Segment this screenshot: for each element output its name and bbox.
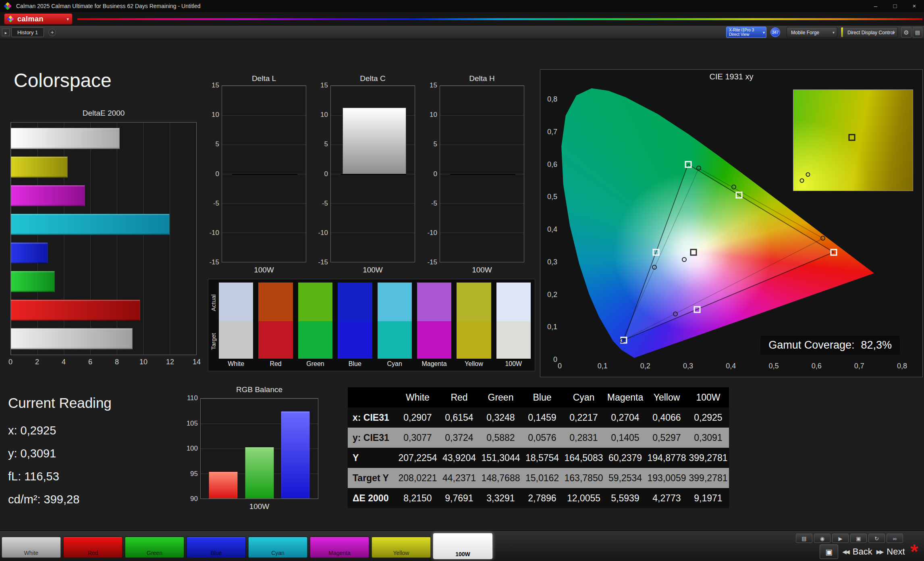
y-tick-label: 15 [212, 81, 219, 89]
pattern-button-blue[interactable]: Blue [187, 537, 246, 558]
table-value-cell: 0,2704 [604, 407, 646, 428]
link-icon[interactable]: ∞ [887, 534, 903, 543]
table-value-cell: 0,2925 [687, 407, 729, 428]
pattern-button-red[interactable]: Red [63, 537, 123, 558]
swatch-actual-100w [496, 283, 531, 321]
back-button[interactable]: Back [853, 546, 872, 557]
pattern-button-white[interactable]: White [2, 537, 61, 558]
forward-icon[interactable]: ▶▶ [876, 549, 883, 555]
table-value-cell: 208,0221 [397, 468, 438, 488]
maximize-button[interactable]: □ [885, 0, 905, 12]
x-tick-label: 4 [62, 358, 66, 366]
table-value-cell: 0,4066 [646, 407, 687, 428]
pattern-button-green[interactable]: Green [125, 537, 184, 558]
measured-marker-white [682, 257, 687, 262]
swatch-column-cyan: Cyan [378, 283, 412, 370]
x-axis-label: 100W [330, 266, 415, 274]
y-tick-label: -10 [209, 229, 219, 237]
measured-marker-red [820, 236, 825, 241]
play-icon[interactable]: ▶ [832, 534, 849, 543]
y-tick-label: 0 [434, 170, 437, 178]
y-tick-label: 0 [216, 170, 219, 178]
swatch-column-yellow: Yellow [457, 283, 491, 370]
minimize-button[interactable]: – [866, 0, 885, 12]
cie-title: CIE 1931 xy [540, 72, 922, 81]
zero-line [450, 174, 515, 175]
rgb-balance-plot [200, 398, 318, 499]
chart-title: Delta H [440, 74, 524, 83]
collapse-arrow-button[interactable]: ▸ [2, 29, 10, 36]
y-tick-label: 0,4 [547, 225, 557, 234]
deltae-bar-red [11, 299, 140, 321]
deltae-bar-green [11, 271, 55, 292]
next-button[interactable]: Next [887, 546, 905, 557]
table-value-cell: 9,7691 [438, 488, 480, 508]
table-row-label: y: CIE31 [348, 428, 397, 448]
table-value-cell: 0,0576 [521, 428, 563, 448]
rgb-balance-title: RGB Balance [200, 385, 318, 394]
pattern-icon[interactable]: ▣ [850, 534, 867, 543]
measured-circle-marker [806, 172, 810, 177]
pattern-button-100w[interactable]: 100W [433, 533, 492, 559]
y-tick-label: 15 [320, 81, 328, 89]
page-title: Colorspace [14, 69, 112, 91]
chart-plot-area [330, 85, 415, 262]
brand-bar: calman ▾ [0, 12, 924, 26]
calman-menu-button[interactable]: calman ▾ [4, 13, 73, 25]
chevron-down-icon: ▾ [763, 30, 765, 35]
close-button[interactable]: × [905, 0, 924, 12]
table-value-cell: 163,7850 [563, 468, 604, 488]
meter-selector-button[interactable]: X-Rite i1Pro 3 Direct View ▾ [726, 27, 766, 38]
pattern-button-yellow[interactable]: Yellow [372, 537, 431, 558]
y-tick-label: 5 [216, 140, 219, 148]
table-value-cell: 44,2371 [438, 468, 480, 488]
y-tick-label: 10 [320, 111, 328, 119]
x-tick-label: 0 [8, 358, 12, 366]
x-tick-label: 8 [115, 358, 119, 366]
table-value-cell: 0,2217 [563, 407, 604, 428]
table-value-cell: 9,1971 [687, 488, 729, 508]
display-control-button[interactable]: Direct Display Control ▾ [841, 27, 898, 37]
table-row-label: Target Y [348, 468, 397, 488]
table-value-cell: 59,2534 [604, 468, 646, 488]
pattern-button-cyan[interactable]: Cyan [248, 537, 307, 558]
y-tick-label: 90 [190, 495, 198, 503]
target-square-marker [849, 134, 855, 141]
table-value-cell: 3,3291 [480, 488, 521, 508]
y-tick-label: 0 [324, 170, 328, 178]
table-value-cell: 15,0162 [521, 468, 563, 488]
y-axis-ticks: 151050-5-10-15 [201, 85, 219, 262]
refresh-icon[interactable]: ↻ [868, 534, 885, 543]
y-tick-label: 0,6 [547, 160, 557, 168]
table-header-white: White [397, 387, 438, 407]
rewind-icon[interactable]: ◀◀ [842, 549, 849, 555]
rgb-y-axis: 1101051009590 [179, 398, 198, 499]
y-tick-label: 110 [187, 394, 198, 402]
display-icon[interactable]: ▤ [796, 534, 812, 543]
swatch-target-white [219, 321, 253, 359]
target-marker-cyan [652, 249, 659, 256]
gamut-coverage-readout: Gamut Coverage: 82,3% [760, 336, 900, 355]
source-selector-button[interactable]: Mobile Forge ▾ [787, 27, 837, 37]
add-tab-button[interactable]: + [48, 29, 56, 36]
cie-zoom-inset [793, 89, 913, 191]
table-value-cell: 164,5083 [563, 448, 604, 468]
pattern-button-label: Green [125, 550, 184, 556]
y-tick-label: -15 [427, 258, 437, 266]
table-value-cell: 0,2831 [563, 428, 604, 448]
camera-icon[interactable]: ◉ [814, 534, 831, 543]
y-tick-label: 105 [187, 420, 198, 428]
table-value-cell: 8,2150 [397, 488, 438, 508]
pattern-window-button[interactable]: ▣ [820, 544, 838, 559]
settings-gear-button[interactable]: ⚙ [901, 27, 912, 37]
table-value-cell: 399,2781 [687, 468, 729, 488]
tab-history-1[interactable]: History 1 [11, 27, 44, 37]
table-header-cyan: Cyan [563, 387, 604, 407]
pattern-button-magenta[interactable]: Magenta [310, 537, 369, 558]
display-control-label: Direct Display Control [847, 30, 894, 35]
table-header-red: Red [438, 387, 480, 407]
workspace-panel-button[interactable]: ▤ [913, 27, 922, 37]
target-marker-yellow [736, 192, 743, 199]
table-value-cell: 5,5939 [604, 488, 646, 508]
rainbow-strip [77, 18, 922, 20]
